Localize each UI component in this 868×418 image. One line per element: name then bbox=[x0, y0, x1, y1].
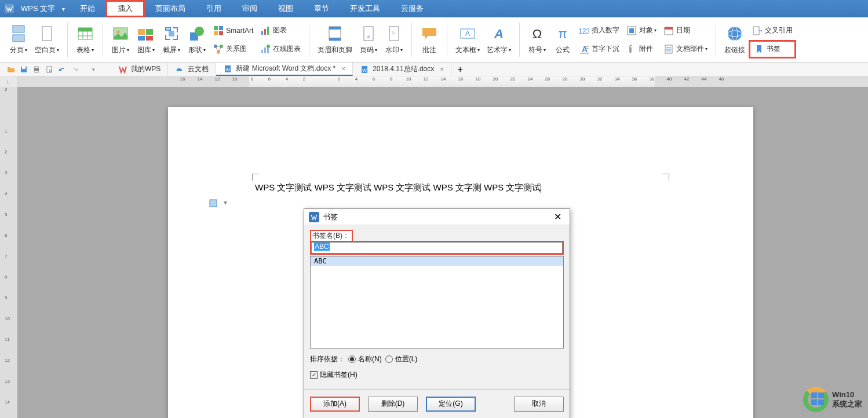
doc-tab-mywps[interactable]: 我的WPS bbox=[111, 63, 168, 76]
bookmark-name-input[interactable]: ABC bbox=[311, 242, 563, 254]
chart-button[interactable]: 图表 bbox=[257, 21, 304, 40]
menu-tab-review[interactable]: 审阅 bbox=[232, 0, 268, 17]
close-icon[interactable]: × bbox=[341, 65, 345, 73]
symbol-button[interactable]: Ω 符号▾ bbox=[524, 20, 550, 60]
svg-rect-81 bbox=[811, 393, 817, 398]
svg-point-61 bbox=[728, 27, 742, 41]
qa-redo-icon[interactable] bbox=[68, 64, 81, 75]
header-footer-button[interactable]: 页眉和页脚 bbox=[314, 20, 356, 60]
checkbox-icon bbox=[310, 371, 318, 379]
online-chart-button[interactable]: 在线图表 bbox=[257, 40, 304, 58]
shapes-button[interactable]: 形状▾ bbox=[184, 20, 210, 60]
textbox-button[interactable]: A 文本框▾ bbox=[452, 20, 483, 60]
doc-tab-newdoc[interactable]: W 新建 Microsoft Word 文档.docx * × bbox=[216, 63, 353, 76]
bookmark-list[interactable]: ABC bbox=[310, 256, 564, 349]
menu-tab-view[interactable]: 视图 bbox=[268, 0, 304, 17]
add-tab-button[interactable]: + bbox=[451, 63, 469, 76]
svg-rect-38 bbox=[329, 38, 341, 41]
qa-save-icon[interactable] bbox=[17, 64, 30, 75]
titlebar: WPS 文字 ▾ 开始 插入 页面布局 引用 审阅 视图 章节 开发工具 云服务 bbox=[0, 0, 868, 17]
hyperlink-button[interactable]: 超链接 bbox=[721, 20, 749, 60]
svg-rect-33 bbox=[264, 47, 266, 53]
online-chart-icon bbox=[260, 44, 271, 54]
radio-icon bbox=[348, 355, 356, 363]
hidden-bookmarks-checkbox[interactable]: 隐藏书签(H) bbox=[310, 370, 358, 380]
logo-icon bbox=[803, 387, 829, 412]
paragraph-icon[interactable]: ▾ bbox=[224, 199, 233, 208]
sort-name-radio[interactable]: 名称(N) bbox=[348, 354, 382, 364]
app-menu-dropdown[interactable]: ▾ bbox=[57, 6, 70, 12]
cloud-icon bbox=[175, 65, 184, 74]
qa-open-icon[interactable] bbox=[5, 64, 17, 75]
page-break-button[interactable]: 分页▾ bbox=[6, 20, 31, 60]
dialog-close-button[interactable]: ✕ bbox=[550, 211, 565, 222]
qa-more-icon[interactable]: ▾ bbox=[87, 64, 100, 75]
screenshot-button[interactable]: 截屏▾ bbox=[159, 20, 184, 60]
svg-text:A: A bbox=[494, 27, 504, 41]
goto-button[interactable]: 定位(G) bbox=[426, 397, 476, 412]
cancel-button[interactable]: 取消 bbox=[514, 397, 564, 412]
horizontal-ruler[interactable]: 1614121086422468101214161820222426283032… bbox=[17, 76, 868, 87]
blank-page-icon bbox=[38, 24, 56, 43]
svg-rect-76 bbox=[210, 200, 217, 207]
svg-rect-15 bbox=[146, 36, 153, 41]
menu-tab-section[interactable]: 章节 bbox=[304, 0, 340, 17]
sort-location-radio[interactable]: 位置(L) bbox=[385, 354, 418, 364]
bookmark-button[interactable]: 书签 bbox=[749, 40, 796, 58]
page-break-icon bbox=[9, 24, 28, 43]
relation-button[interactable]: 关系图 bbox=[210, 40, 257, 58]
smartart-button[interactable]: SmartArt bbox=[210, 21, 257, 40]
menu-tab-cloud[interactable]: 云服务 bbox=[391, 0, 434, 17]
qa-preview-icon[interactable] bbox=[43, 64, 56, 75]
svg-point-11 bbox=[116, 30, 120, 34]
menu-tab-insert[interactable]: 插入 bbox=[105, 0, 145, 17]
doc-parts-button[interactable]: 文档部件▾ bbox=[660, 40, 711, 58]
watermark-icon: A bbox=[385, 24, 403, 43]
watermark-button[interactable]: A 水印▾ bbox=[381, 20, 407, 60]
textbox-icon: A bbox=[458, 24, 477, 43]
qa-print-icon[interactable] bbox=[30, 64, 43, 75]
add-button[interactable]: 添加(A) bbox=[310, 397, 360, 412]
delete-button[interactable]: 删除(D) bbox=[368, 397, 418, 412]
blank-page-button[interactable]: 空白页▾ bbox=[31, 20, 63, 60]
header-footer-icon bbox=[326, 24, 344, 43]
dialog-title: 书签 bbox=[323, 212, 550, 222]
screenshot-icon bbox=[162, 24, 181, 43]
dialog-titlebar[interactable]: 书签 ✕ bbox=[304, 209, 570, 225]
equation-button[interactable]: π 公式 bbox=[550, 20, 575, 60]
date-button[interactable]: 日期 bbox=[660, 21, 711, 40]
qa-undo-icon[interactable] bbox=[56, 64, 68, 75]
svg-rect-1 bbox=[13, 25, 24, 32]
vertical-ruler[interactable]: 2123456789101112131415 bbox=[0, 87, 17, 418]
menu-tab-dev[interactable]: 开发工具 bbox=[340, 0, 391, 17]
page-number-button[interactable]: # 页码▾ bbox=[356, 20, 381, 60]
menu-tab-reference[interactable]: 引用 bbox=[196, 0, 232, 17]
gallery-button[interactable]: 图库▾ bbox=[133, 20, 159, 60]
dropcap-button[interactable]: A 首字下沉 bbox=[575, 40, 623, 58]
cross-ref-button[interactable]: 交叉引用 bbox=[749, 21, 796, 40]
close-icon[interactable]: × bbox=[440, 65, 444, 74]
svg-rect-69 bbox=[35, 71, 38, 72]
menu-tab-layout[interactable]: 页面布局 bbox=[145, 0, 196, 17]
attachment-button[interactable]: 附件 bbox=[623, 40, 660, 58]
doc-tab-summary[interactable]: W 2018.4.11总结.docx × bbox=[353, 63, 451, 76]
comment-button[interactable]: 批注 bbox=[417, 20, 442, 60]
object-button[interactable]: 对象▾ bbox=[623, 21, 660, 40]
svg-rect-16 bbox=[169, 31, 174, 36]
svg-rect-2 bbox=[13, 35, 24, 42]
section-icon[interactable] bbox=[209, 199, 218, 208]
svg-text:W: W bbox=[362, 68, 367, 73]
doc-tab-cloud[interactable]: 云文档 bbox=[168, 63, 216, 76]
svg-rect-32 bbox=[261, 50, 263, 53]
svg-point-35 bbox=[267, 45, 270, 48]
bookmark-icon bbox=[754, 44, 764, 54]
insert-number-button[interactable]: 123 插入数字 bbox=[575, 21, 623, 40]
svg-text:A: A bbox=[582, 45, 588, 54]
menu-tab-start[interactable]: 开始 bbox=[70, 0, 105, 17]
picture-button[interactable]: 图片▾ bbox=[108, 20, 133, 60]
table-button[interactable]: 表格▾ bbox=[72, 20, 98, 60]
picture-icon bbox=[111, 24, 130, 43]
symbol-icon: Ω bbox=[528, 24, 546, 43]
list-item[interactable]: ABC bbox=[311, 256, 563, 266]
wordart-button[interactable]: A 艺术字▾ bbox=[483, 20, 515, 60]
